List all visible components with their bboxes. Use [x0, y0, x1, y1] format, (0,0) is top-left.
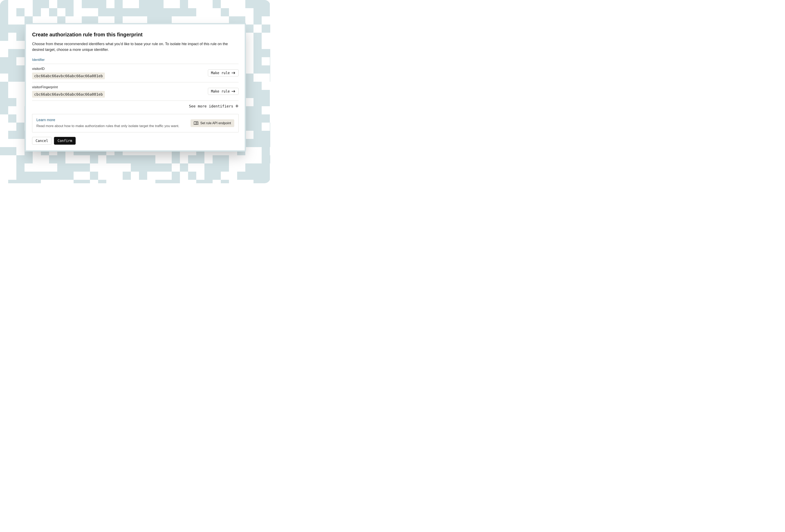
make-rule-button[interactable]: Make rule	[208, 88, 238, 95]
identifier-row-visitor-id: visitorID cbc66abc66avbc66abc66ac66a081e…	[32, 64, 238, 82]
identifier-section-label: Identifier	[32, 58, 238, 62]
see-more-identifiers[interactable]: See more identifiers	[32, 104, 238, 108]
learn-more-box: Learn more Read more about how to make a…	[32, 114, 238, 133]
app-frame: Create authorization rule from this fing…	[0, 0, 270, 183]
learn-more-title: Learn more	[36, 118, 186, 122]
modal-footer: Cancel Confirm	[32, 137, 238, 144]
learn-more-text: Read more about how to make authorizatio…	[36, 124, 179, 129]
confirm-button[interactable]: Confirm	[54, 137, 76, 144]
cancel-button[interactable]: Cancel	[32, 137, 52, 144]
create-rule-modal: Create authorization rule from this fing…	[25, 23, 246, 152]
modal-description: Choose from these recommended identifier…	[32, 41, 238, 53]
see-more-label: See more identifiers	[189, 104, 233, 108]
learn-more-left: Learn more Read more about how to make a…	[36, 118, 186, 129]
arrow-right-icon	[231, 72, 235, 74]
identifier-left: visitorFingerprint cbc66abc66avbc66abc66…	[32, 85, 105, 98]
set-api-endpoint-button[interactable]: Set rule API endpoint	[191, 119, 234, 127]
identifier-value: cbc66abc66avbc66abc66ac66a081eb	[32, 91, 105, 98]
identifier-name: visitorID	[32, 67, 105, 71]
api-button-label: Set rule API endpoint	[200, 122, 231, 125]
book-icon	[194, 122, 198, 125]
identifier-row-visitor-fingerprint: visitorFingerprint cbc66abc66avbc66abc66…	[32, 82, 238, 101]
make-rule-label: Make rule	[211, 71, 230, 75]
identifier-value: cbc66abc66avbc66abc66ac66a081eb	[32, 73, 105, 79]
identifier-left: visitorID cbc66abc66avbc66abc66ac66a081e…	[32, 67, 105, 79]
plus-icon	[235, 104, 238, 108]
make-rule-button[interactable]: Make rule	[208, 70, 238, 76]
make-rule-label: Make rule	[211, 89, 230, 94]
arrow-right-icon	[231, 90, 235, 93]
identifier-name: visitorFingerprint	[32, 85, 105, 89]
modal-title: Create authorization rule from this fing…	[32, 32, 238, 37]
